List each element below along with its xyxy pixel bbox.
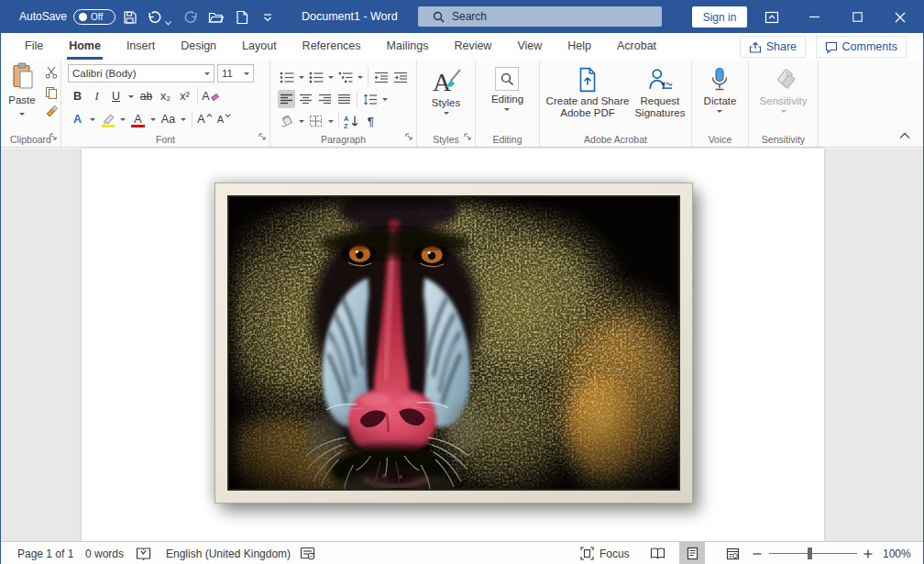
- multilevel-dropdown[interactable]: [356, 68, 364, 86]
- sensitivity-button-disabled[interactable]: Sensitivity: [760, 64, 808, 134]
- paragraph-dialog-launcher[interactable]: [404, 131, 413, 144]
- tab-layout[interactable]: Layout: [229, 33, 290, 61]
- grow-font-button[interactable]: A: [196, 110, 214, 128]
- align-center-button[interactable]: [297, 90, 314, 108]
- tab-design[interactable]: Design: [168, 33, 229, 61]
- underline-dropdown[interactable]: [126, 87, 136, 105]
- comments-button[interactable]: Comments: [816, 36, 907, 58]
- bullets-button[interactable]: [278, 68, 295, 86]
- styles-button[interactable]: A Styles: [430, 64, 463, 134]
- line-spacing-button[interactable]: [361, 90, 379, 108]
- zoom-in-button[interactable]: [864, 542, 873, 564]
- multilevel-list-button[interactable]: [336, 68, 354, 86]
- tab-view[interactable]: View: [504, 33, 555, 61]
- justify-button[interactable]: [336, 90, 353, 108]
- focus-button[interactable]: Focus: [580, 542, 630, 564]
- bullets-dropdown[interactable]: [297, 68, 305, 86]
- editing-button[interactable]: Editing: [491, 64, 523, 134]
- line-spacing-dropdown[interactable]: [380, 90, 389, 108]
- print-layout-button[interactable]: [679, 542, 705, 564]
- copy-button[interactable]: [42, 84, 60, 100]
- font-group-label: Font: [61, 134, 270, 145]
- italic-button[interactable]: I: [88, 87, 105, 105]
- clipboard-dialog-launcher[interactable]: [49, 131, 58, 144]
- ribbon-display-options-button[interactable]: [760, 7, 784, 27]
- sign-in-button[interactable]: Sign in: [692, 6, 747, 28]
- undo-dropdown[interactable]: [162, 14, 173, 33]
- underline-button[interactable]: U: [107, 87, 125, 105]
- dictate-button[interactable]: Dictate: [704, 64, 737, 134]
- tab-mailings[interactable]: Mailings: [374, 33, 442, 61]
- chevron-down-icon: [328, 120, 334, 123]
- increase-indent-button[interactable]: [391, 68, 409, 86]
- new-document-button[interactable]: [232, 7, 252, 27]
- tab-help[interactable]: Help: [555, 33, 604, 61]
- show-hide-pilcrow-button[interactable]: ¶: [362, 112, 380, 130]
- paste-button[interactable]: Paste: [6, 62, 38, 130]
- change-case-dropdown[interactable]: [179, 110, 188, 128]
- borders-button[interactable]: [307, 112, 324, 130]
- zoom-slider-thumb[interactable]: [808, 547, 812, 559]
- tab-insert[interactable]: Insert: [114, 33, 168, 61]
- autosave-toggle[interactable]: Off: [73, 9, 116, 25]
- shrink-font-button[interactable]: A: [215, 110, 233, 128]
- bold-button[interactable]: B: [69, 87, 86, 105]
- undo-button[interactable]: [144, 7, 164, 27]
- request-signatures-button[interactable]: Request Signatures: [634, 64, 685, 134]
- text-effects-button[interactable]: A: [69, 110, 86, 128]
- highlight-button[interactable]: [99, 110, 116, 128]
- strikethrough-button[interactable]: ab: [138, 87, 155, 105]
- share-button[interactable]: Share: [740, 36, 806, 58]
- cut-button[interactable]: [42, 64, 60, 80]
- font-color-button[interactable]: A: [129, 110, 147, 128]
- zoom-out-button[interactable]: [753, 542, 762, 564]
- superscript-button[interactable]: x²: [176, 87, 193, 105]
- zoom-level[interactable]: 100%: [883, 542, 911, 564]
- quick-access-more-button[interactable]: [258, 7, 278, 27]
- web-layout-button[interactable]: [720, 542, 745, 564]
- collapse-ribbon-button[interactable]: [899, 129, 910, 142]
- tab-file[interactable]: File: [12, 33, 56, 61]
- language-indicator[interactable]: English (United Kingdom): [166, 542, 291, 564]
- numbering-dropdown[interactable]: [326, 68, 335, 86]
- font-size-select[interactable]: 11: [217, 64, 254, 83]
- framed-picture[interactable]: [214, 182, 693, 503]
- subscript-button[interactable]: x₂: [157, 87, 174, 105]
- tab-review[interactable]: Review: [441, 33, 504, 61]
- text-predictions-button[interactable]: [300, 542, 315, 564]
- close-button[interactable]: [883, 1, 918, 33]
- sort-button[interactable]: A Z: [343, 112, 360, 130]
- font-color-dropdown[interactable]: [148, 110, 158, 128]
- font-dialog-launcher[interactable]: [258, 131, 267, 144]
- page-indicator[interactable]: Page 1 of 1: [17, 542, 73, 564]
- proofing-button[interactable]: [136, 542, 151, 564]
- clear-formatting-button[interactable]: A: [202, 87, 219, 105]
- tab-acrobat[interactable]: Acrobat: [604, 33, 669, 61]
- document-page[interactable]: [82, 149, 824, 541]
- tab-home[interactable]: Home: [56, 33, 114, 61]
- change-case-button[interactable]: Aa: [160, 110, 177, 128]
- zoom-slider[interactable]: [769, 542, 857, 564]
- minimize-button[interactable]: [797, 1, 831, 33]
- create-share-pdf-button[interactable]: Create and Share Adobe PDF: [546, 64, 630, 134]
- search-input[interactable]: Search: [418, 6, 662, 27]
- word-count[interactable]: 0 words: [85, 542, 124, 564]
- tab-references[interactable]: References: [290, 33, 374, 61]
- text-effects-dropdown[interactable]: [88, 110, 97, 128]
- highlight-dropdown[interactable]: [118, 110, 127, 128]
- open-button[interactable]: [206, 7, 226, 27]
- numbering-button[interactable]: [307, 68, 324, 86]
- redo-button-disabled[interactable]: [181, 7, 201, 27]
- decrease-indent-button[interactable]: [372, 68, 390, 86]
- shading-button[interactable]: [278, 112, 295, 130]
- align-left-button[interactable]: [278, 90, 295, 108]
- borders-dropdown[interactable]: [326, 112, 335, 130]
- format-painter-button[interactable]: [42, 105, 60, 120]
- save-button[interactable]: [120, 7, 140, 27]
- shading-dropdown[interactable]: [297, 112, 305, 130]
- styles-dialog-launcher[interactable]: [463, 131, 472, 144]
- read-mode-button[interactable]: [644, 542, 670, 564]
- align-right-button[interactable]: [316, 90, 334, 108]
- font-family-select[interactable]: Calibri (Body): [68, 64, 214, 83]
- maximize-button[interactable]: [840, 1, 874, 33]
